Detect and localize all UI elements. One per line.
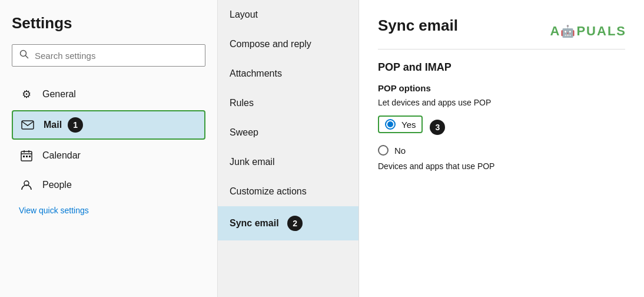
middle-item-attachments[interactable]: Attachments <box>218 59 358 88</box>
radio-no-option[interactable]: No <box>378 145 625 156</box>
settings-title: Settings <box>12 14 205 32</box>
svg-line-1 <box>26 56 28 58</box>
middle-item-sync-email[interactable]: Sync email 2 <box>218 206 358 240</box>
calendar-icon <box>19 148 34 163</box>
right-panel: A🤖PUALS Sync email POP and IMAP POP opti… <box>359 0 644 297</box>
radio-yes-option[interactable]: Yes <box>378 116 423 133</box>
people-icon <box>19 177 34 193</box>
mail-badge: 1 <box>68 117 83 133</box>
mail-icon <box>20 117 35 133</box>
sidebar-item-calendar[interactable]: Calendar <box>12 142 205 169</box>
sidebar-item-mail[interactable]: Mail 1 <box>12 110 205 140</box>
svg-rect-7 <box>23 156 25 157</box>
radio-yes-circle <box>385 119 396 130</box>
sidebar-item-mail-label: Mail <box>44 120 62 130</box>
middle-item-sweep[interactable]: Sweep <box>218 118 358 147</box>
svg-rect-8 <box>26 156 28 157</box>
devices-label: Devices and apps that use POP <box>378 161 625 171</box>
pop-description: Let devices and apps use POP <box>378 98 625 107</box>
sidebar-item-people[interactable]: People <box>12 171 205 199</box>
radio-no-circle <box>378 145 389 156</box>
sidebar-item-people-label: People <box>42 180 72 190</box>
section-divider <box>378 49 625 50</box>
radio-no-label: No <box>394 146 406 156</box>
middle-item-compose-reply[interactable]: Compose and reply <box>218 29 358 59</box>
watermark: A🤖PUALS <box>550 24 626 39</box>
search-icon <box>19 50 29 61</box>
sidebar-item-general-label: General <box>42 89 76 100</box>
pop-options-label: POP options <box>378 83 625 93</box>
svg-rect-9 <box>29 156 31 157</box>
gear-icon: ⚙ <box>19 87 34 102</box>
middle-item-rules[interactable]: Rules <box>218 88 358 118</box>
middle-item-customize-actions[interactable]: Customize actions <box>218 177 358 206</box>
search-box[interactable] <box>12 44 205 67</box>
search-input[interactable] <box>35 51 198 61</box>
middle-item-junk-email[interactable]: Junk email <box>218 147 358 177</box>
pop-imap-title: POP and IMAP <box>378 61 625 74</box>
sidebar-item-calendar-label: Calendar <box>42 150 81 161</box>
middle-item-layout[interactable]: Layout <box>218 0 358 29</box>
middle-panel: Layout Compose and reply Attachments Rul… <box>218 0 359 297</box>
sidebar-item-general[interactable]: ⚙ General <box>12 81 205 108</box>
radio-yes-label: Yes <box>401 120 416 130</box>
sync-email-badge: 2 <box>287 216 303 231</box>
left-settings-panel: Settings ⚙ General Mail 1 <box>0 0 218 297</box>
svg-rect-2 <box>22 121 34 129</box>
view-quick-settings-link[interactable]: View quick settings <box>12 201 205 220</box>
yes-badge: 3 <box>430 120 445 135</box>
